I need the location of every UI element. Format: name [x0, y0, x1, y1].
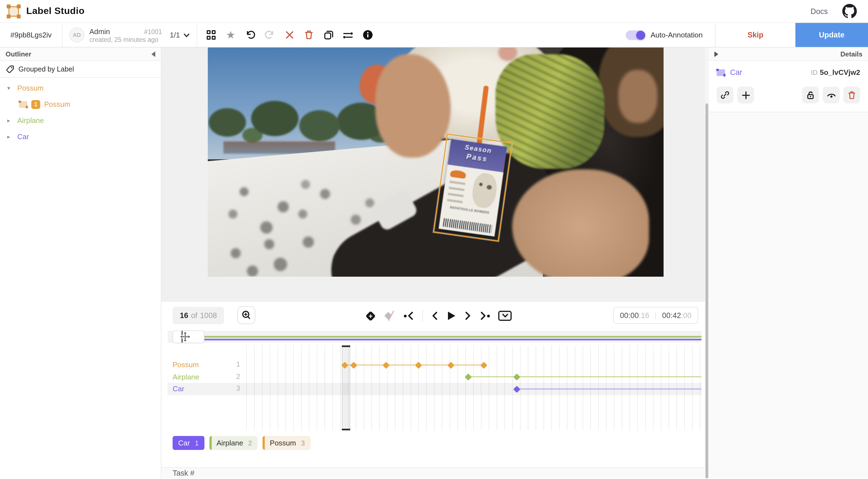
zoom-in-icon	[241, 310, 251, 320]
task-number-label: Task #	[173, 469, 194, 477]
group-label: Possum	[17, 84, 43, 92]
zoom-button[interactable]	[238, 306, 255, 324]
timeline[interactable]: Possum 1 Airplane 2 Car 3	[167, 346, 702, 430]
expand-panel-icon[interactable]	[714, 51, 718, 57]
seek-bar[interactable]	[167, 331, 702, 342]
avatar: AD	[69, 27, 84, 42]
skip-button[interactable]: Skip	[715, 23, 796, 47]
region-bounding-box[interactable]	[433, 133, 513, 242]
delete-region-button[interactable]	[843, 87, 860, 103]
vertical-scrollbar[interactable]	[705, 48, 709, 478]
duplicate-button[interactable]	[322, 29, 335, 41]
video-snow-dots	[219, 179, 224, 184]
collapse-panel-icon[interactable]	[151, 51, 155, 57]
timeline-row-label-airplane[interactable]: Airplane	[173, 372, 199, 381]
auto-annotation-toggle[interactable]	[626, 30, 646, 40]
grid-icon	[207, 30, 216, 40]
eye-icon	[827, 91, 836, 99]
add-keyframe-button[interactable]: +	[365, 310, 376, 321]
reset-button[interactable]	[283, 29, 296, 41]
auto-annotation-label: Auto-Annotation	[651, 31, 703, 39]
seek-span-car	[190, 338, 702, 340]
ground-truth-button[interactable]: ★	[224, 29, 237, 41]
star-icon: ★	[226, 30, 236, 40]
keyframe-line-airplane	[468, 376, 702, 377]
lock-region-button[interactable]	[802, 87, 819, 103]
app-header: Label Studio Docs	[0, 0, 868, 22]
chevron-down-icon	[502, 313, 508, 318]
next-frame-button[interactable]	[464, 311, 471, 321]
tree-region-possum[interactable]: 1 Possum	[0, 96, 161, 112]
scrollbar-handle[interactable]	[706, 103, 708, 478]
frame-counter: 16 of 1008	[173, 307, 224, 324]
tree-group-car[interactable]: ▸ Car	[0, 128, 161, 145]
task-id: #9pb8Lgs2iv	[0, 23, 63, 47]
annotation-workspace: Season Pass RATATOUILLE BOWERS 16	[161, 48, 705, 478]
auto-annotation-control: Auto-Annotation	[626, 23, 703, 47]
plus-icon	[742, 91, 750, 99]
annotation-selector[interactable]: AD Admin #1001 created, 25 minutes ago 1…	[63, 23, 197, 47]
prev-frame-button[interactable]	[431, 311, 438, 321]
next-keyframe-button[interactable]	[480, 311, 490, 321]
task-footer: Task #	[161, 467, 705, 478]
video-zone: Season Pass RATATOUILLE BOWERS	[161, 48, 705, 302]
chevron-expanded-icon[interactable]: ▾	[7, 85, 17, 91]
group-label: Car	[17, 132, 29, 141]
label-studio-logo-icon	[7, 4, 21, 18]
total-frames: 1008	[200, 311, 217, 320]
content-row: Outliner Grouped by Label ▾ Possum 1 Pos…	[0, 48, 868, 478]
hide-region-button[interactable]	[823, 87, 839, 103]
tree-group-airplane[interactable]: ▸ Airplane	[0, 112, 161, 128]
redo-button[interactable]	[264, 29, 276, 41]
user-name: Admin	[89, 27, 110, 35]
info-icon	[362, 30, 373, 40]
label-button-possum[interactable]: Possum 3	[262, 436, 310, 450]
view-all-button[interactable]	[205, 29, 217, 41]
github-icon[interactable]	[842, 4, 857, 19]
add-relation-button[interactable]	[737, 87, 754, 103]
info-button[interactable]	[362, 29, 374, 41]
play-button[interactable]	[447, 311, 456, 321]
timeline-row-label-possum[interactable]: Possum	[173, 360, 199, 369]
timeline-row-label-car[interactable]: Car	[173, 385, 184, 393]
timeline-playhead[interactable]	[342, 346, 350, 430]
outliner-title: Outliner	[6, 50, 31, 58]
annotation-pager[interactable]: 1/1	[170, 31, 190, 39]
unlock-icon	[806, 90, 815, 100]
current-frame: 16	[180, 311, 188, 320]
keyframe-line-car	[517, 388, 702, 390]
remove-keyframe-button-disabled[interactable]	[384, 310, 396, 321]
docs-link[interactable]: Docs	[810, 7, 828, 16]
label-button-airplane[interactable]: Airplane 2	[209, 436, 257, 450]
details-panel: Details Car ID 5o_lvCVjw2	[709, 48, 868, 478]
copy-icon	[323, 30, 334, 40]
link-region-button[interactable]	[717, 87, 734, 103]
update-button[interactable]: Update	[796, 23, 868, 47]
region-label: Car	[730, 68, 742, 77]
undo-button[interactable]	[244, 29, 256, 41]
bounding-box-icon	[717, 69, 725, 76]
outliner-panel: Outliner Grouped by Label ▾ Possum 1 Pos…	[0, 48, 161, 478]
link-icon	[720, 91, 730, 99]
video-person-face	[618, 70, 657, 123]
video-frame[interactable]: Season Pass RATATOUILLE BOWERS	[208, 48, 663, 277]
group-label: Airplane	[17, 116, 44, 125]
collapse-timeline-button[interactable]	[498, 311, 512, 321]
chevron-collapsed-icon[interactable]: ▸	[7, 117, 17, 123]
label-button-car[interactable]: Car 1	[173, 436, 204, 450]
annotation-actions: ★	[197, 23, 381, 47]
grouping-selector[interactable]: Grouped by Label	[0, 61, 161, 78]
app-title: Label Studio	[26, 6, 85, 17]
tree-group-possum[interactable]: ▾ Possum	[0, 80, 161, 96]
delete-annotation-button[interactable]	[303, 29, 315, 41]
keyframe-line-possum	[345, 364, 484, 365]
region-id-value: 5o_lvCVjw2	[820, 68, 860, 77]
chevron-collapsed-icon[interactable]: ▸	[7, 133, 17, 140]
regions-tree: ▾ Possum 1 Possum ▸ Airplane ▸ Car	[0, 78, 161, 145]
tag-icon	[6, 65, 14, 73]
prev-keyframe-button[interactable]	[404, 311, 414, 321]
settings-button[interactable]	[342, 29, 354, 41]
player-controls: 16 of 1008 +	[173, 305, 699, 328]
trash-icon	[847, 90, 856, 100]
selected-region-row[interactable]: Car ID 5o_lvCVjw2	[717, 68, 860, 77]
